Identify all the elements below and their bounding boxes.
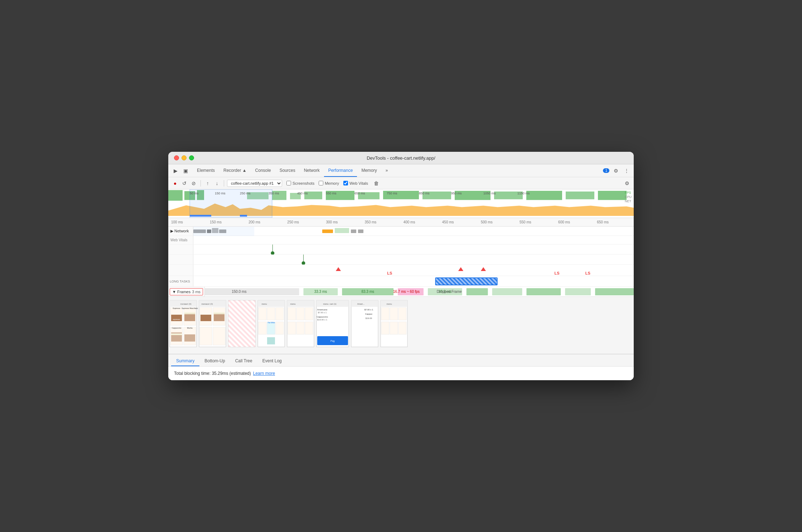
tab-console[interactable]: Console (251, 164, 275, 177)
blocking-time-text: Total blocking time: 35.29ms (estimated) (174, 371, 251, 376)
svg-rect-148 (398, 322, 406, 334)
svg-text:menu: menu (386, 303, 392, 305)
toolbar-separator-2 (224, 180, 224, 187)
download-button[interactable]: ↓ (213, 179, 221, 187)
web-vitals-checkbox-label[interactable]: Web Vitals (343, 181, 368, 185)
svg-rect-134 (351, 300, 378, 347)
svg-marker-46 (458, 267, 463, 271)
tab-summary[interactable]: Summary (171, 356, 199, 366)
svg-text:50 ms: 50 ms (190, 192, 199, 195)
svg-text:450 ms: 450 ms (297, 192, 308, 195)
learn-more-link[interactable]: Learn more (253, 371, 275, 376)
svg-rect-114 (267, 337, 275, 344)
tab-recorder[interactable]: Recorder ▲ (219, 164, 251, 177)
network-track[interactable] (193, 227, 634, 236)
svg-text:menu: menu (261, 303, 267, 305)
vitals-label-2 (168, 255, 193, 264)
nav-right: 1 ⚙ ⋮ (603, 166, 631, 175)
device-icon[interactable]: ▣ (181, 166, 190, 175)
ruler-mark-7: 450 ms (442, 220, 454, 224)
svg-rect-79 (184, 312, 195, 314)
more-options-icon[interactable]: ⋮ (622, 166, 631, 175)
svg-rect-36 (322, 229, 333, 233)
web-vitals-checkbox[interactable] (343, 181, 348, 185)
ruler-mark-10: 600 ms (558, 220, 570, 224)
svg-text:LS: LS (585, 271, 590, 275)
maximize-button[interactable] (189, 155, 194, 160)
tab-performance[interactable]: Performance (324, 164, 357, 177)
upload-button[interactable]: ↑ (204, 179, 212, 187)
network-label[interactable]: ▶ Network (168, 227, 193, 236)
reload-button[interactable]: ↺ (180, 179, 188, 187)
tab-sources[interactable]: Sources (275, 164, 300, 177)
ruler-mark-3: 250 ms (287, 220, 299, 224)
tab-memory[interactable]: Memory (357, 164, 381, 177)
svg-text:1150 ms: 1150 ms (517, 192, 530, 195)
svg-text:Flat White: Flat White (268, 322, 275, 324)
timeline-content: ▶ Network (168, 227, 634, 297)
chat-badge[interactable]: 1 (603, 168, 609, 173)
frames-track: 150.0 ms 33.3 ms 83.3 ms 33.3 ms (205, 287, 634, 296)
network-track-svg (193, 227, 634, 236)
svg-rect-82 (171, 334, 182, 342)
tab-call-tree[interactable]: Call Tree (230, 356, 257, 366)
perf-settings-button[interactable]: ⚙ (623, 179, 631, 187)
ruler-mark-8: 500 ms (481, 220, 493, 224)
svg-text:150 ms: 150 ms (215, 192, 226, 195)
close-button[interactable] (174, 155, 179, 160)
ruler-mark-1: 150 ms (210, 220, 222, 224)
memory-checkbox[interactable] (319, 181, 323, 185)
vitals-svg-2 (193, 255, 634, 265)
svg-text:350 ms: 350 ms (269, 192, 279, 195)
settings-icon[interactable]: ⚙ (612, 166, 620, 175)
svg-rect-39 (358, 229, 363, 233)
svg-rect-107 (259, 308, 266, 320)
svg-text:menu: menu (323, 303, 328, 305)
svg-rect-135 (351, 300, 378, 307)
svg-marker-44 (336, 267, 341, 271)
svg-rect-66 (595, 288, 634, 295)
nav-icons: ▶ ▣ (171, 166, 190, 175)
tab-more[interactable]: » (381, 164, 392, 177)
record-button[interactable]: ● (171, 179, 179, 187)
svg-rect-121 (288, 322, 296, 334)
vitals-svg-1 (193, 245, 634, 255)
svg-rect-118 (288, 308, 296, 320)
svg-rect-108 (267, 308, 275, 320)
tab-bottom-up[interactable]: Bottom-Up (199, 356, 230, 366)
svg-text:Dropped Frame: Dropped Frame (437, 290, 462, 294)
long-tasks-label: LONG TASKS (168, 276, 193, 286)
memory-checkbox-label[interactable]: Memory (319, 181, 339, 185)
toolbar-separator-1 (200, 180, 201, 187)
svg-rect-84 (171, 332, 182, 334)
tab-elements[interactable]: Elements (193, 164, 219, 177)
screenshots-checkbox-label[interactable]: Screenshots (286, 181, 314, 185)
target-select[interactable]: coffee-cart.netlify.app #1 (227, 180, 282, 187)
svg-rect-111 (267, 322, 275, 334)
tab-event-log[interactable]: Event Log (257, 356, 287, 366)
long-tasks-svg (193, 276, 634, 287)
screenshots-checkbox[interactable] (286, 181, 291, 185)
frames-row: ▼ Frames 3 ms 150.0 ms 33.3 ms 83.3 ms (168, 287, 634, 297)
frames-label[interactable]: ▼ Frames 3 ms (170, 288, 203, 295)
svg-rect-147 (390, 322, 398, 334)
svg-text:$19.00 x 1: $19.00 x 1 (317, 319, 328, 321)
inspect-icon[interactable]: ▶ (171, 166, 180, 175)
svg-text:Cappuccino: Cappuccino (172, 327, 182, 329)
cpu-label: CPU (625, 195, 632, 199)
tab-network[interactable]: Network (300, 164, 324, 177)
web-vitals-label: Web Vitals (168, 236, 193, 244)
svg-text:$7.00 x 1: $7.00 x 1 (318, 311, 327, 314)
minimize-button[interactable] (182, 155, 187, 160)
network-row: ▶ Network (168, 227, 634, 236)
svg-marker-48 (481, 267, 486, 271)
trash-button[interactable]: 🗑 (372, 179, 380, 187)
svg-rect-143 (381, 308, 389, 320)
ruler-mark-0: 100 ms (171, 220, 183, 224)
svg-rect-14 (566, 192, 594, 199)
overview-labels: FPS CPU NET (625, 191, 632, 203)
svg-text:Mocha: Mocha (187, 327, 192, 329)
clear-button[interactable]: ⊘ (190, 179, 198, 187)
svg-text:850 ms: 850 ms (419, 192, 430, 195)
svg-rect-96 (214, 313, 224, 321)
